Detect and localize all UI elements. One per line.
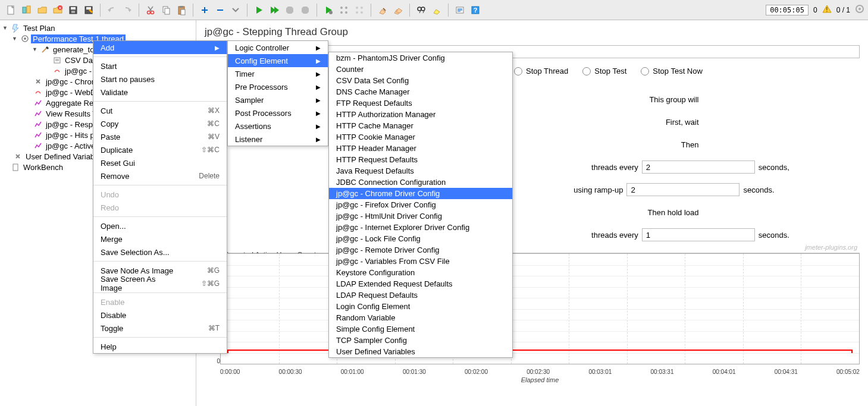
- shutdown-icon[interactable]: [297, 2, 313, 18]
- config-item[interactable]: jp@gc - Firefox Driver Config: [329, 199, 512, 210]
- ctx-open[interactable]: Open...: [93, 219, 227, 232]
- search-reset-icon[interactable]: [429, 2, 444, 18]
- warn-count: 0: [813, 6, 817, 14]
- close-icon[interactable]: ✕: [50, 2, 65, 18]
- start-icon[interactable]: [251, 2, 267, 18]
- ctx-disable[interactable]: Disable: [93, 309, 227, 322]
- config-item[interactable]: HTTP Cache Manager: [329, 120, 512, 131]
- config-item[interactable]: Java Request Defaults: [329, 165, 512, 177]
- config-item[interactable]: HTTP Request Defaults: [329, 154, 512, 165]
- config-item[interactable]: JDBC Connection Configuration: [329, 177, 512, 188]
- config-item[interactable]: jp@gc - Remote Driver Config: [329, 244, 512, 256]
- sub-pre[interactable]: Pre Processors▶: [228, 80, 328, 93]
- svg-point-37: [418, 7, 421, 11]
- sub-config[interactable]: Config Element▶: [228, 54, 328, 67]
- expand-icon[interactable]: [197, 2, 212, 18]
- ctx-undo: Undo: [93, 188, 227, 201]
- radio-stop-test-now[interactable]: Stop Test Now: [641, 67, 703, 75]
- clear-all-icon[interactable]: [390, 2, 406, 18]
- tree-test-plan[interactable]: ▼Test Plan: [0, 23, 196, 33]
- config-item[interactable]: CSV Data Set Config: [329, 75, 512, 86]
- sub-post[interactable]: Post Processors▶: [228, 106, 328, 119]
- undo-icon[interactable]: [104, 2, 120, 18]
- config-item[interactable]: jp@gc - Internet Explorer Driver Config: [329, 222, 512, 233]
- ctx-validate[interactable]: Validate: [93, 86, 227, 99]
- ctx-start[interactable]: Start: [93, 59, 227, 73]
- ctx-cut[interactable]: Cut⌘X: [93, 104, 227, 117]
- svg-point-38: [421, 7, 425, 11]
- open-icon[interactable]: [35, 2, 50, 18]
- remote-start-icon[interactable]: [321, 2, 336, 18]
- toggle-icon[interactable]: [228, 2, 243, 18]
- radio-stop-test[interactable]: Stop Test: [582, 67, 626, 75]
- help-icon[interactable]: ?: [468, 2, 483, 18]
- ctx-save-screen-img[interactable]: Save Screen As Image⇧⌘G: [93, 277, 227, 290]
- save-as-icon[interactable]: [81, 2, 96, 18]
- config-item[interactable]: FTP Request Defaults: [329, 97, 512, 109]
- config-item[interactable]: Random Variable: [329, 312, 512, 323]
- svg-point-50: [858, 8, 861, 10]
- warn-icon[interactable]: !: [822, 4, 832, 15]
- svg-rect-3: [27, 6, 30, 13]
- ctx-save-sel[interactable]: Save Selection As...: [93, 246, 227, 259]
- config-item[interactable]: TCP Sampler Config: [329, 335, 512, 346]
- sub-assert[interactable]: Assertions▶: [228, 119, 328, 133]
- config-item[interactable]: jp@gc - HtmlUnit Driver Config: [329, 210, 512, 222]
- templates-icon[interactable]: [19, 2, 35, 18]
- save-icon[interactable]: [65, 2, 81, 18]
- context-menu[interactable]: Add▶ Start Start no pauses Validate Cut⌘…: [93, 40, 227, 354]
- stop-icon[interactable]: [282, 2, 297, 18]
- sub-sampler[interactable]: Sampler▶: [228, 93, 328, 106]
- config-item[interactable]: jp@gc - Variables From CSV File: [329, 256, 512, 267]
- ctx-copy[interactable]: Copy⌘C: [93, 117, 227, 130]
- config-item[interactable]: HTTP Cookie Manager: [329, 131, 512, 143]
- ctx-help[interactable]: Help: [93, 340, 227, 353]
- config-item[interactable]: LDAP Request Defaults: [329, 289, 512, 301]
- clear-icon[interactable]: [375, 2, 390, 18]
- ctx-merge[interactable]: Merge: [93, 232, 227, 246]
- rampup-input[interactable]: [626, 183, 739, 196]
- next-every-input[interactable]: [642, 160, 755, 174]
- remote-stop-icon[interactable]: [352, 2, 367, 18]
- function-helper-icon[interactable]: [452, 2, 468, 18]
- search-icon[interactable]: [413, 2, 429, 18]
- redo-icon[interactable]: [120, 2, 135, 18]
- ctx-add[interactable]: Add▶: [93, 41, 227, 54]
- ctx-paste[interactable]: Paste⌘V: [93, 130, 227, 143]
- ctx-toggle[interactable]: Toggle⌘T: [93, 322, 227, 335]
- ctx-enable: Enable: [93, 295, 227, 309]
- collapse-icon[interactable]: [212, 2, 228, 18]
- config-item[interactable]: HTTP Header Manager: [329, 143, 512, 154]
- ctx-duplicate[interactable]: Duplicate⇧⌘C: [93, 143, 227, 156]
- config-item[interactable]: bzm - PhantomJS Driver Config: [329, 52, 512, 64]
- config-item[interactable]: Simple Config Element: [329, 323, 512, 335]
- add-submenu[interactable]: Logic Controller▶ Config Element▶ Timer▶…: [227, 40, 328, 146]
- config-item[interactable]: Counter: [329, 64, 512, 75]
- cut-icon[interactable]: [143, 2, 158, 18]
- config-item[interactable]: HTTP Authorization Manager: [329, 109, 512, 120]
- new-icon[interactable]: [4, 2, 19, 18]
- paste-icon[interactable]: [174, 2, 189, 18]
- config-item[interactable]: Login Config Element: [329, 301, 512, 312]
- ctx-start-np[interactable]: Start no pauses: [93, 73, 227, 86]
- config-item[interactable]: jp@gc - Chrome Driver Config: [329, 188, 512, 199]
- sub-listener[interactable]: Listener▶: [228, 133, 328, 146]
- start-np-icon[interactable]: [267, 2, 282, 18]
- config-item[interactable]: DNS Cache Manager: [329, 86, 512, 97]
- ctx-remove[interactable]: RemoveDelete: [93, 169, 227, 182]
- copy-icon[interactable]: [158, 2, 174, 18]
- panel-title: jp@gc - Stepping Thread Group: [196, 20, 868, 42]
- config-item[interactable]: jp@gc - Lock File Config: [329, 233, 512, 244]
- remote-start-all-icon[interactable]: [336, 2, 352, 18]
- watermark: jmeter-plugins.org: [805, 244, 857, 251]
- config-item[interactable]: LDAP Extended Request Defaults: [329, 278, 512, 289]
- sub-timer[interactable]: Timer▶: [228, 67, 328, 80]
- finally-every-input[interactable]: [642, 228, 755, 241]
- config-item[interactable]: User Defined Variables: [329, 346, 512, 357]
- radio-stop-thread[interactable]: Stop Thread: [514, 67, 568, 75]
- config-item[interactable]: Keystore Configuration: [329, 267, 512, 278]
- ctx-reset-gui[interactable]: Reset Gui: [93, 156, 227, 169]
- ctx-redo: Redo: [93, 201, 227, 214]
- config-submenu[interactable]: bzm - PhantomJS Driver ConfigCounterCSV …: [328, 52, 513, 358]
- sub-logic[interactable]: Logic Controller▶: [228, 41, 328, 54]
